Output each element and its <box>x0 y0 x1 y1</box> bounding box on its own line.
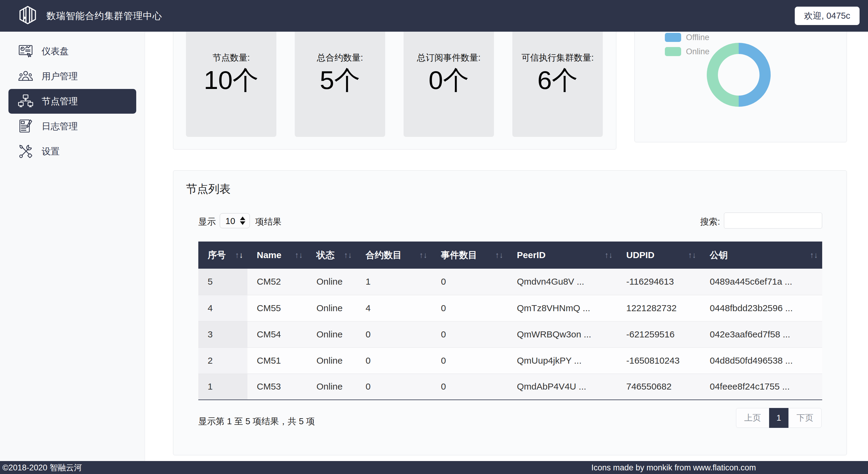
node-status-chart-panel: Offline Online <box>634 26 847 142</box>
sort-icon[interactable]: ↑↓ <box>604 241 613 269</box>
page-size-value: 10 <box>225 216 235 226</box>
app-footer: ©2018-2020 智融云河 Icons made by monkik fro… <box>0 461 868 474</box>
sort-icon[interactable]: ↑↓ <box>235 241 243 269</box>
stats-panel: 节点数量: 10个 总合约数量: 5个 总订阅事件数量: 0个 可信执行集群数量… <box>173 26 616 150</box>
table-row[interactable]: 4CM55 Online4 0QmTz8VHNmQ ... 1221282732… <box>198 295 822 321</box>
sort-icon[interactable]: ↑↓ <box>688 241 696 269</box>
stat-value: 6个 <box>513 63 603 98</box>
sidebar-item-settings[interactable]: 设置 <box>8 139 136 164</box>
sort-icon[interactable]: ↑↓ <box>810 241 818 269</box>
table-header-row: 序号 ↑↓ Name ↑↓ 状态 ↑↓ 合约数目 ↑↓ 事件数目 ↑↓ Peer… <box>198 241 822 269</box>
stat-card-events: 总订阅事件数量: 0个 <box>404 29 494 137</box>
stat-label: 节点数量: <box>186 52 276 64</box>
copyright-text: ©2018-2020 智融云河 <box>2 461 82 474</box>
table-row[interactable]: 2CM51 Online0 0QmUup4jkPY ... -165081024… <box>198 347 822 374</box>
stat-value: 5个 <box>295 63 385 98</box>
col-header-status[interactable]: 状态 ↑↓ <box>307 241 356 269</box>
stat-label: 总订阅事件数量: <box>404 52 494 64</box>
app-header: 数瑞智能合约集群管理中心 欢迎, 0475c <box>0 0 868 32</box>
select-spinner-icon <box>240 216 245 225</box>
col-header-contract-count[interactable]: 合约数目 ↑↓ <box>356 241 432 269</box>
prev-page-button[interactable]: 上页 <box>736 408 769 428</box>
sidebar-item-label: 设置 <box>41 145 60 158</box>
col-header-name[interactable]: Name ↑↓ <box>247 241 307 269</box>
col-header-index[interactable]: 序号 ↑↓ <box>198 241 247 269</box>
node-table: 序号 ↑↓ Name ↑↓ 状态 ↑↓ 合约数目 ↑↓ 事件数目 ↑↓ Peer… <box>198 241 822 400</box>
sidebar-item-label: 仪表盘 <box>41 45 69 58</box>
col-header-event-count[interactable]: 事件数目 ↑↓ <box>432 241 507 269</box>
donut-hole <box>718 54 760 96</box>
node-list-panel: 节点列表 显示 10 项结果 搜索: 序号 <box>173 170 847 455</box>
search-input[interactable] <box>724 213 822 229</box>
sidebar-item-label: 用户管理 <box>41 70 78 83</box>
page-size-select[interactable]: 10 <box>220 213 250 228</box>
node-table-wrap: 序号 ↑↓ Name ↑↓ 状态 ↑↓ 合约数目 ↑↓ 事件数目 ↑↓ Peer… <box>198 241 822 400</box>
col-header-peerid[interactable]: PeerID ↑↓ <box>507 241 617 269</box>
users-icon <box>18 68 34 84</box>
legend-swatch-offline[interactable] <box>665 33 681 42</box>
sidebar-item-label: 节点管理 <box>41 95 78 108</box>
search-label: 搜索: <box>700 216 720 228</box>
pagination: 上页 1 下页 <box>736 408 822 428</box>
log-icon <box>18 118 34 135</box>
stat-value: 0个 <box>404 63 494 98</box>
app-title: 数瑞智能合约集群管理中心 <box>46 10 162 22</box>
stat-card-trusted-clusters: 可信执行集群数量: 6个 <box>513 29 603 137</box>
sort-icon[interactable]: ↑↓ <box>495 241 503 269</box>
sidebar-item-dashboard[interactable]: 仪表盘 <box>8 39 136 64</box>
app-root: 节点数量: 10个 总合约数量: 5个 总订阅事件数量: 0个 可信执行集群数量… <box>0 0 868 474</box>
stat-card-nodes: 节点数量: 10个 <box>186 29 276 137</box>
stat-label: 总合约数量: <box>295 52 385 64</box>
table-row[interactable]: 1CM53 Online0 0QmdAbP4V4U ... 7465506820… <box>198 374 822 400</box>
next-page-button[interactable]: 下页 <box>788 408 822 428</box>
sidebar: 仪表盘 用户管理 <box>0 32 145 461</box>
nodes-icon <box>18 93 34 110</box>
dashboard-icon <box>18 43 34 59</box>
col-header-udpid[interactable]: UDPID ↑↓ <box>617 241 701 269</box>
sort-icon[interactable]: ↑↓ <box>344 241 352 269</box>
legend-swatch-online[interactable] <box>665 47 681 56</box>
show-label: 显示 <box>198 216 216 228</box>
stat-label: 可信执行集群数量: <box>513 52 603 64</box>
results-label: 项结果 <box>255 216 281 228</box>
sidebar-item-logs[interactable]: 日志管理 <box>8 114 136 139</box>
col-header-pubkey[interactable]: 公钥 ↑↓ <box>701 241 822 269</box>
legend-label-online[interactable]: Online <box>686 47 710 56</box>
app-logo-icon <box>17 5 38 27</box>
table-controls: 显示 10 项结果 搜索: <box>173 213 846 230</box>
node-status-donut-chart <box>707 43 771 107</box>
stat-value: 10个 <box>186 63 276 98</box>
table-row[interactable]: 5CM52 Online1 0Qmdvn4Gu8V ... -116294613… <box>198 269 822 295</box>
sidebar-item-nodes[interactable]: 节点管理 <box>8 89 136 114</box>
sort-icon[interactable]: ↑↓ <box>295 241 303 269</box>
icons-credit-text: Icons made by monkik from www.flaticon.c… <box>591 461 756 474</box>
welcome-user-button[interactable]: 欢迎, 0475c <box>795 7 860 25</box>
sidebar-item-label: 日志管理 <box>41 120 78 133</box>
table-info-text: 显示第 1 至 5 项结果，共 5 项 <box>198 415 315 427</box>
legend-label-offline[interactable]: Offline <box>686 33 710 42</box>
settings-icon <box>18 143 34 159</box>
sidebar-item-users[interactable]: 用户管理 <box>8 64 136 89</box>
sort-icon[interactable]: ↑↓ <box>419 241 427 269</box>
page-1-button[interactable]: 1 <box>769 408 788 428</box>
table-row[interactable]: 3CM54 Online0 0QmWRBQw3on ... -621259516… <box>198 321 822 347</box>
stat-card-contracts: 总合约数量: 5个 <box>295 29 385 137</box>
node-list-title: 节点列表 <box>186 181 230 197</box>
